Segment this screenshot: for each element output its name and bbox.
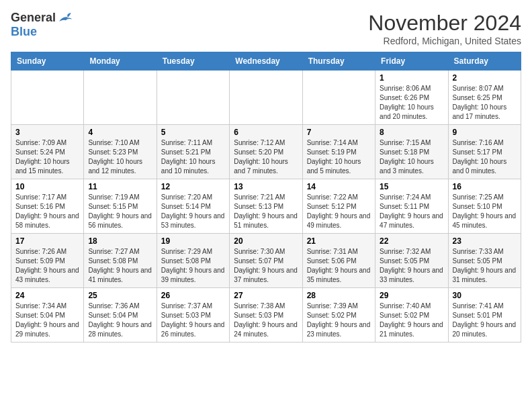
- calendar-cell: 22Sunrise: 7:32 AM Sunset: 5:05 PM Dayli…: [375, 234, 448, 288]
- calendar-cell: 1Sunrise: 8:06 AM Sunset: 6:26 PM Daylig…: [375, 71, 448, 125]
- day-info: Sunrise: 7:14 AM Sunset: 5:19 PM Dayligh…: [307, 138, 371, 176]
- calendar-cell: 28Sunrise: 7:39 AM Sunset: 5:02 PM Dayli…: [302, 288, 375, 342]
- day-number: 11: [88, 182, 152, 191]
- calendar-cell: 29Sunrise: 7:40 AM Sunset: 5:02 PM Dayli…: [375, 288, 448, 342]
- day-info: Sunrise: 7:38 AM Sunset: 5:03 PM Dayligh…: [234, 302, 298, 339]
- calendar-cell: 15Sunrise: 7:24 AM Sunset: 5:11 PM Dayli…: [375, 179, 448, 234]
- calendar-cell: 4Sunrise: 7:10 AM Sunset: 5:23 PM Daylig…: [84, 125, 157, 179]
- weekday-header-row: SundayMondayTuesdayWednesdayThursdayFrid…: [11, 52, 521, 71]
- day-number: 17: [15, 236, 79, 246]
- calendar-week-row: 24Sunrise: 7:34 AM Sunset: 5:04 PM Dayli…: [11, 288, 521, 342]
- day-number: 23: [453, 236, 517, 246]
- day-number: 30: [453, 291, 517, 300]
- calendar-cell: 27Sunrise: 7:38 AM Sunset: 5:03 PM Dayli…: [230, 288, 302, 342]
- day-number: 10: [15, 182, 79, 191]
- calendar-cell: 3Sunrise: 7:09 AM Sunset: 5:24 PM Daylig…: [11, 125, 84, 179]
- month-title: November 2024: [368, 11, 521, 36]
- day-number: 27: [234, 291, 298, 300]
- day-number: 4: [88, 128, 152, 137]
- weekday-header-saturday: Saturday: [448, 52, 521, 71]
- day-info: Sunrise: 7:40 AM Sunset: 5:02 PM Dayligh…: [380, 302, 443, 339]
- calendar-cell: 12Sunrise: 7:20 AM Sunset: 5:14 PM Dayli…: [157, 179, 229, 234]
- weekday-header-sunday: Sunday: [11, 52, 84, 71]
- title-area: November 2024 Redford, Michigan, United …: [368, 11, 521, 46]
- logo-bird-icon: [57, 11, 73, 25]
- day-info: Sunrise: 7:29 AM Sunset: 5:08 PM Dayligh…: [161, 247, 225, 285]
- day-number: 6: [234, 128, 298, 137]
- calendar-cell: 23Sunrise: 7:33 AM Sunset: 5:05 PM Dayli…: [448, 234, 521, 288]
- day-info: Sunrise: 7:20 AM Sunset: 5:14 PM Dayligh…: [161, 193, 225, 230]
- calendar-cell: 19Sunrise: 7:29 AM Sunset: 5:08 PM Dayli…: [157, 234, 229, 288]
- day-number: 3: [15, 128, 79, 137]
- day-number: 21: [307, 236, 371, 246]
- day-info: Sunrise: 7:19 AM Sunset: 5:15 PM Dayligh…: [88, 193, 152, 230]
- day-number: 5: [161, 128, 225, 137]
- day-info: Sunrise: 7:32 AM Sunset: 5:05 PM Dayligh…: [380, 247, 443, 285]
- day-info: Sunrise: 7:30 AM Sunset: 5:07 PM Dayligh…: [234, 247, 298, 285]
- page-header: General Blue November 2024 Redford, Mich…: [11, 11, 521, 46]
- weekday-header-wednesday: Wednesday: [230, 52, 302, 71]
- day-number: 14: [307, 182, 371, 191]
- calendar-cell: [84, 71, 157, 125]
- day-number: 15: [380, 182, 443, 191]
- calendar-cell: 24Sunrise: 7:34 AM Sunset: 5:04 PM Dayli…: [11, 288, 84, 342]
- day-number: 8: [380, 128, 443, 137]
- location-subtitle: Redford, Michigan, United States: [368, 36, 521, 46]
- day-info: Sunrise: 7:34 AM Sunset: 5:04 PM Dayligh…: [15, 302, 79, 339]
- calendar-cell: 20Sunrise: 7:30 AM Sunset: 5:07 PM Dayli…: [230, 234, 302, 288]
- day-number: 26: [161, 291, 225, 300]
- calendar-cell: 26Sunrise: 7:37 AM Sunset: 5:03 PM Dayli…: [157, 288, 229, 342]
- calendar-cell: 6Sunrise: 7:12 AM Sunset: 5:20 PM Daylig…: [230, 125, 302, 179]
- day-number: 1: [380, 73, 443, 83]
- calendar-cell: 13Sunrise: 7:21 AM Sunset: 5:13 PM Dayli…: [230, 179, 302, 234]
- day-info: Sunrise: 7:21 AM Sunset: 5:13 PM Dayligh…: [234, 193, 298, 230]
- calendar-week-row: 3Sunrise: 7:09 AM Sunset: 5:24 PM Daylig…: [11, 125, 521, 179]
- day-info: Sunrise: 7:27 AM Sunset: 5:08 PM Dayligh…: [88, 247, 152, 285]
- calendar-cell: 16Sunrise: 7:25 AM Sunset: 5:10 PM Dayli…: [448, 179, 521, 234]
- day-info: Sunrise: 7:41 AM Sunset: 5:01 PM Dayligh…: [453, 302, 517, 339]
- day-number: 7: [307, 128, 371, 137]
- calendar-table: SundayMondayTuesdayWednesdayThursdayFrid…: [11, 52, 521, 342]
- calendar-week-row: 1Sunrise: 8:06 AM Sunset: 6:26 PM Daylig…: [11, 71, 521, 125]
- day-info: Sunrise: 7:33 AM Sunset: 5:05 PM Dayligh…: [453, 247, 517, 285]
- logo-general-text: General: [11, 11, 56, 25]
- day-info: Sunrise: 7:16 AM Sunset: 5:17 PM Dayligh…: [453, 138, 517, 176]
- day-number: 24: [15, 291, 79, 300]
- day-info: Sunrise: 7:22 AM Sunset: 5:12 PM Dayligh…: [307, 193, 371, 230]
- calendar-cell: 11Sunrise: 7:19 AM Sunset: 5:15 PM Dayli…: [84, 179, 157, 234]
- calendar-cell: [11, 71, 84, 125]
- day-info: Sunrise: 7:11 AM Sunset: 5:21 PM Dayligh…: [161, 138, 225, 176]
- calendar-week-row: 10Sunrise: 7:17 AM Sunset: 5:16 PM Dayli…: [11, 179, 521, 234]
- calendar-cell: 17Sunrise: 7:26 AM Sunset: 5:09 PM Dayli…: [11, 234, 84, 288]
- calendar-cell: 25Sunrise: 7:36 AM Sunset: 5:04 PM Dayli…: [84, 288, 157, 342]
- logo: General Blue: [11, 11, 73, 39]
- calendar-cell: 5Sunrise: 7:11 AM Sunset: 5:21 PM Daylig…: [157, 125, 229, 179]
- day-number: 22: [380, 236, 443, 246]
- calendar-cell: 21Sunrise: 7:31 AM Sunset: 5:06 PM Dayli…: [302, 234, 375, 288]
- day-info: Sunrise: 7:25 AM Sunset: 5:10 PM Dayligh…: [453, 193, 517, 230]
- day-info: Sunrise: 7:31 AM Sunset: 5:06 PM Dayligh…: [307, 247, 371, 285]
- day-info: Sunrise: 7:12 AM Sunset: 5:20 PM Dayligh…: [234, 138, 298, 176]
- calendar-cell: [302, 71, 375, 125]
- calendar-cell: 9Sunrise: 7:16 AM Sunset: 5:17 PM Daylig…: [448, 125, 521, 179]
- calendar-cell: [157, 71, 229, 125]
- day-number: 9: [453, 128, 517, 137]
- day-info: Sunrise: 8:07 AM Sunset: 6:25 PM Dayligh…: [453, 84, 517, 122]
- day-number: 16: [453, 182, 517, 191]
- day-info: Sunrise: 7:24 AM Sunset: 5:11 PM Dayligh…: [380, 193, 443, 230]
- day-info: Sunrise: 7:17 AM Sunset: 5:16 PM Dayligh…: [15, 193, 79, 230]
- day-number: 12: [161, 182, 225, 191]
- calendar-cell: 14Sunrise: 7:22 AM Sunset: 5:12 PM Dayli…: [302, 179, 375, 234]
- calendar-cell: 30Sunrise: 7:41 AM Sunset: 5:01 PM Dayli…: [448, 288, 521, 342]
- day-number: 13: [234, 182, 298, 191]
- weekday-header-thursday: Thursday: [302, 52, 375, 71]
- day-info: Sunrise: 7:15 AM Sunset: 5:18 PM Dayligh…: [380, 138, 443, 176]
- day-info: Sunrise: 7:26 AM Sunset: 5:09 PM Dayligh…: [15, 247, 79, 285]
- day-info: Sunrise: 7:09 AM Sunset: 5:24 PM Dayligh…: [15, 138, 79, 176]
- day-number: 28: [307, 291, 371, 300]
- calendar-cell: 10Sunrise: 7:17 AM Sunset: 5:16 PM Dayli…: [11, 179, 84, 234]
- weekday-header-tuesday: Tuesday: [157, 52, 229, 71]
- day-number: 20: [234, 236, 298, 246]
- day-info: Sunrise: 7:36 AM Sunset: 5:04 PM Dayligh…: [88, 302, 152, 339]
- calendar-cell: 2Sunrise: 8:07 AM Sunset: 6:25 PM Daylig…: [448, 71, 521, 125]
